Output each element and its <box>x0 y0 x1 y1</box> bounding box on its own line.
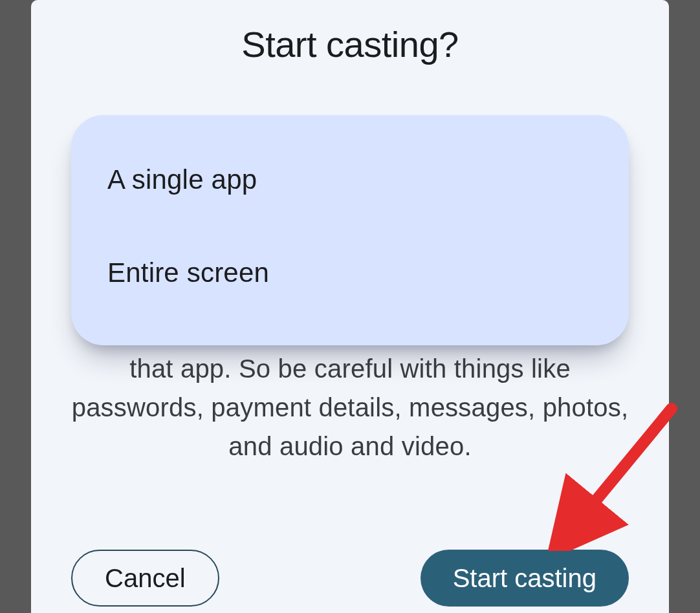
start-casting-button[interactable]: Start casting <box>421 550 629 607</box>
cast-source-menu: A single app Entire screen <box>71 115 629 345</box>
privacy-warning-text: that app. So be careful with things like… <box>71 349 629 466</box>
dialog-button-row: Cancel Start casting <box>71 550 629 607</box>
cast-dialog-sheet: Start casting? that app. So be careful w… <box>31 0 669 613</box>
menu-item-single-app[interactable]: A single app <box>71 133 629 226</box>
cancel-button[interactable]: Cancel <box>71 550 219 607</box>
dialog-title: Start casting? <box>71 23 629 65</box>
menu-item-entire-screen[interactable]: Entire screen <box>71 226 629 319</box>
